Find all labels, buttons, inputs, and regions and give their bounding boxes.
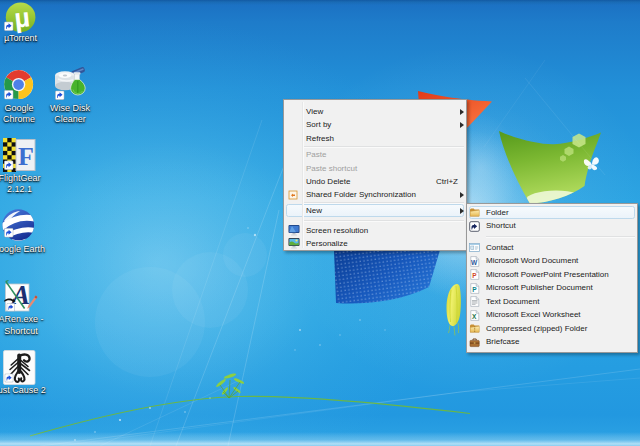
svg-text:F: F — [18, 142, 34, 171]
svg-text:P: P — [472, 286, 477, 293]
svg-text:µ: µ — [13, 2, 32, 33]
svg-text:W: W — [471, 259, 478, 266]
svg-text:P: P — [472, 272, 477, 279]
svg-text:X: X — [472, 313, 477, 320]
